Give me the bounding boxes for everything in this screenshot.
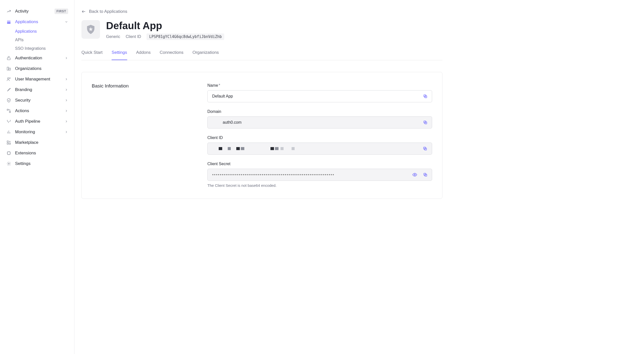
arrow-left-icon: [81, 9, 86, 14]
svg-rect-0: [7, 20, 11, 21]
chevron-down-icon: [65, 20, 68, 24]
section-title: Basic Information: [92, 83, 197, 188]
main-content: Back to Applications Default App Generic…: [74, 0, 451, 354]
tab-quick-start[interactable]: Quick Start: [81, 50, 103, 60]
svg-rect-1: [7, 22, 11, 23]
plugin-icon: [6, 150, 12, 156]
first-badge: FIRST: [55, 9, 68, 14]
tab-addons[interactable]: Addons: [136, 50, 151, 60]
tabs: Quick Start Settings Addons Connections …: [81, 50, 442, 60]
chevron-right-icon: [65, 88, 68, 92]
sidebar-item-activity[interactable]: Activity FIRST: [4, 6, 70, 17]
sidebar-item-label: User Management: [15, 77, 61, 82]
copy-secret-button[interactable]: [421, 170, 430, 179]
tab-connections[interactable]: Connections: [160, 50, 183, 60]
subnav-item-applications[interactable]: Applications: [13, 27, 70, 36]
tab-organizations[interactable]: Organizations: [193, 50, 219, 60]
svg-point-7: [10, 78, 10, 78]
tab-settings[interactable]: Settings: [112, 50, 127, 60]
back-link-label: Back to Applications: [89, 9, 127, 14]
sidebar-item-authentication[interactable]: Authentication: [4, 53, 70, 63]
client-secret-label: Client Secret: [207, 162, 432, 166]
app-type-label: Generic: [106, 34, 120, 39]
sidebar-item-label: Organizations: [15, 66, 68, 71]
chevron-right-icon: [65, 56, 68, 60]
sidebar-item-label: Applications: [15, 19, 61, 24]
organizations-icon: [6, 66, 12, 71]
svg-rect-14: [7, 143, 8, 144]
domain-label: Domain: [207, 109, 432, 114]
sidebar-item-label: Monitoring: [15, 129, 61, 135]
svg-rect-9: [9, 111, 11, 113]
activity-icon: [6, 9, 12, 14]
applications-subnav: Applications APIs SSO Integrations: [4, 27, 70, 53]
sidebar-item-label: Marketplace: [15, 140, 68, 145]
svg-rect-15: [9, 143, 11, 144]
subnav-item-sso[interactable]: SSO Integrations: [13, 44, 70, 53]
sidebar-item-label: Extensions: [15, 151, 68, 156]
sidebar-item-label: Settings: [15, 161, 68, 166]
svg-point-6: [8, 78, 9, 79]
chevron-right-icon: [65, 99, 68, 102]
sidebar: Activity FIRST Applications Applications…: [0, 0, 74, 354]
client-id-field-group: Client ID: [207, 136, 432, 155]
sidebar-item-user-management[interactable]: User Management: [4, 74, 70, 84]
sidebar-item-security[interactable]: Security: [4, 95, 70, 106]
client-secret-field-group: Client Secret ••••••••••••••••••••••••••…: [207, 162, 432, 188]
sidebar-item-actions[interactable]: Actions: [4, 106, 70, 116]
chevron-right-icon: [65, 77, 68, 81]
client-secret-help: The Client Secret is not base64 encoded.: [207, 183, 432, 188]
svg-rect-2: [7, 23, 11, 24]
sidebar-item-extensions[interactable]: Extensions: [4, 148, 70, 158]
sidebar-item-applications[interactable]: Applications: [4, 17, 70, 27]
sidebar-item-settings[interactable]: Settings: [4, 158, 70, 169]
chevron-right-icon: [65, 130, 68, 134]
shield-icon: [6, 98, 12, 103]
client-id-form-label: Client ID: [207, 136, 432, 140]
sidebar-item-label: Actions: [15, 108, 61, 113]
sidebar-item-marketplace[interactable]: Marketplace: [4, 137, 70, 148]
app-badge-icon: [81, 20, 100, 39]
svg-rect-5: [9, 68, 11, 70]
svg-rect-4: [7, 67, 9, 70]
name-label: Name*: [207, 83, 432, 88]
svg-point-36: [414, 174, 416, 175]
domain-input[interactable]: [207, 116, 432, 128]
svg-point-27: [8, 163, 10, 164]
basic-info-card: Basic Information Name*: [81, 72, 442, 199]
sidebar-item-label: Authentication: [15, 56, 61, 61]
svg-rect-13: [7, 141, 8, 142]
users-icon: [6, 76, 12, 82]
sidebar-item-label: Branding: [15, 87, 61, 92]
sidebar-item-branding[interactable]: Branding: [4, 84, 70, 95]
client-secret-masked: ••••••••••••••••••••••••••••••••••••••••…: [212, 172, 335, 177]
lock-icon: [6, 55, 12, 61]
required-star: *: [219, 83, 220, 87]
sidebar-item-monitoring[interactable]: Monitoring: [4, 127, 70, 137]
svg-rect-8: [7, 109, 8, 110]
name-input[interactable]: [207, 90, 432, 102]
svg-rect-3: [7, 58, 10, 60]
client-secret-input[interactable]: ••••••••••••••••••••••••••••••••••••••••…: [207, 169, 432, 181]
grid-plus-icon: [6, 140, 12, 145]
copy-client-id-button[interactable]: [421, 144, 429, 153]
copy-domain-button[interactable]: [421, 118, 430, 127]
sidebar-item-organizations[interactable]: Organizations: [4, 63, 70, 74]
sidebar-item-label: Auth Pipeline: [15, 119, 61, 124]
name-field-group: Name*: [207, 83, 432, 102]
sidebar-item-auth-pipeline[interactable]: Auth Pipeline: [4, 116, 70, 127]
applications-icon: [6, 19, 12, 25]
sidebar-item-label: Activity: [15, 9, 50, 14]
back-to-applications-link[interactable]: Back to Applications: [81, 9, 442, 14]
app-header: Default App Generic Client ID LPSP81gYCl…: [81, 20, 442, 40]
client-id-redacted-field[interactable]: [207, 143, 432, 155]
subnav-item-apis[interactable]: APIs: [13, 36, 70, 44]
client-id-value[interactable]: LPSP81gYCl4G6qc8dwLybfiJbnVdiZhb: [147, 33, 224, 40]
bar-chart-icon: [6, 129, 12, 135]
app-title: Default App: [106, 20, 224, 31]
reveal-secret-button[interactable]: [410, 170, 419, 179]
chevron-right-icon: [65, 109, 68, 113]
brush-icon: [6, 87, 12, 93]
copy-name-button[interactable]: [421, 92, 430, 101]
sidebar-item-label: Security: [15, 98, 61, 103]
